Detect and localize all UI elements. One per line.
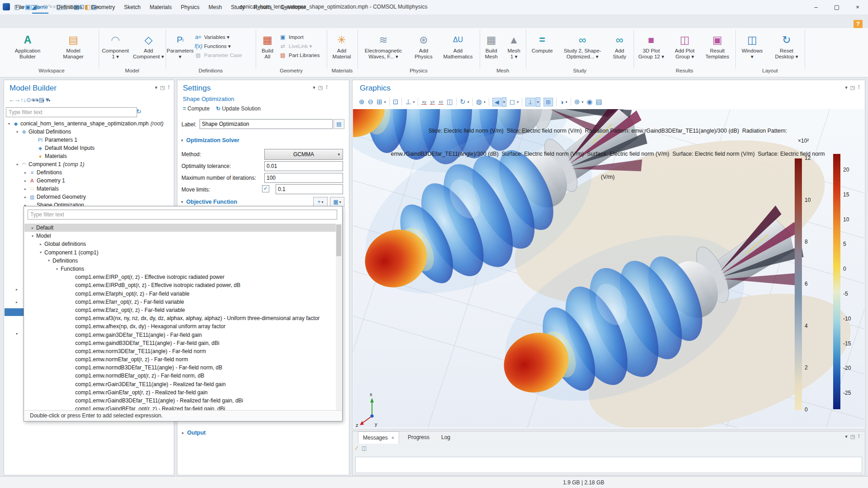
add-expression-button[interactable]: +▾ <box>313 197 328 207</box>
caret-icon[interactable]: ▾ <box>536 97 540 107</box>
tree-node[interactable]: ▸ ∷ Materials <box>4 185 173 193</box>
application-builder-button[interactable]: A Application Builder <box>5 31 51 60</box>
expression-item[interactable]: ▾ Component 1 (comp1) <box>24 249 342 257</box>
model-manager-button[interactable]: ▤ Model Manager <box>51 31 96 60</box>
expression-item[interactable]: comp1.emw.rGainEfar_opt(r, z) - Realized… <box>24 388 342 397</box>
menu-item[interactable]: Developer <box>277 0 310 14</box>
view-xy-icon[interactable]: xy <box>421 99 427 105</box>
parameters-button[interactable]: Pi Parameters ▾ <box>166 31 195 60</box>
show-icon[interactable]: ⊙ <box>26 96 31 103</box>
tree-expander-icon[interactable]: ▾ <box>37 250 44 254</box>
tab-log[interactable]: Log <box>437 431 455 443</box>
parameter-case-button[interactable]: ▤Parameter Case <box>195 51 253 60</box>
expression-item[interactable]: ▾ Definitions <box>24 257 342 265</box>
part-libraries-button[interactable]: ▤Part Libraries <box>279 51 325 60</box>
separator[interactable] <box>472 98 473 106</box>
copy-messages-icon[interactable]: ◫ <box>362 445 367 451</box>
livelink-button[interactable]: ⇄LiveLink ▾ <box>279 42 325 51</box>
expression-item[interactable]: comp1.emw.af3(nx, ny, nz, dx, dy, dz, al… <box>24 314 342 322</box>
tab-progress[interactable]: Progress <box>403 431 434 443</box>
forward-icon[interactable]: → <box>14 96 20 103</box>
optimality-tolerance-input[interactable] <box>264 161 343 171</box>
environment-icon[interactable]: ⊛ <box>574 98 580 106</box>
section-output[interactable]: ▸ Output <box>182 430 206 436</box>
clear-messages-icon[interactable]: ∕ <box>356 445 357 451</box>
tree-expander-icon[interactable]: ▸ <box>22 171 29 175</box>
separator[interactable] <box>418 98 418 106</box>
caret-icon[interactable]: ▾ <box>413 100 415 104</box>
caret-icon[interactable]: ▾ <box>517 100 519 104</box>
minimize-button[interactable]: – <box>806 0 826 14</box>
mesh-1-button[interactable]: ▲ Mesh 1 ▾ <box>503 31 525 60</box>
method-select[interactable]: GCMMA▾ <box>264 149 343 160</box>
expression-item[interactable]: comp1.emw.normEfar_opt(r, z) - Far-field… <box>24 355 342 364</box>
panel-controls[interactable]: ▾◳⊺ <box>155 85 173 91</box>
graphics-canvas[interactable]: x z y Slice: Electric field norm (V/m) S… <box>353 109 864 428</box>
compute-action[interactable]: = Compute <box>183 105 210 112</box>
tree-expander-icon[interactable]: ▾ <box>6 122 12 126</box>
expression-item[interactable]: comp1.emw.afhex(np, dx, dy) - Hexagonal … <box>24 322 342 330</box>
rotate-view-icon[interactable]: ↻ <box>460 98 466 106</box>
expression-table-button[interactable]: ▦▾ <box>330 197 344 207</box>
caret-icon[interactable]: ▾ <box>384 100 386 104</box>
tree-node[interactable]: ▾ ◠ Component 1 (comp 1) <box>4 160 173 168</box>
expression-item[interactable]: ▸ Global definitions <box>24 240 342 248</box>
tree-expander-icon[interactable]: ▸ <box>37 242 44 246</box>
messages-content[interactable] <box>355 457 862 473</box>
caret-icon[interactable]: ▾ <box>48 98 51 103</box>
menu-item[interactable]: Study <box>226 0 249 14</box>
electromagnetic-waves-button[interactable]: ≋ Electromagnetic Waves, F... ▾ <box>358 31 409 60</box>
result-templates-button[interactable]: ▣ Result Templates <box>701 31 734 60</box>
model-builder-filter-input[interactable] <box>6 107 137 117</box>
tree-node[interactable]: ▸ ▥ Deformed Geometry <box>4 193 173 201</box>
tree-node[interactable]: ▸ A Geometry 1 <box>4 177 173 185</box>
move-limits-input[interactable] <box>276 184 343 194</box>
menu-item[interactable]: Results <box>249 0 277 14</box>
tree-expander-icon[interactable]: ▸ <box>22 187 29 191</box>
tree-expander-icon[interactable]: ▾ <box>16 332 18 336</box>
expression-item[interactable]: ▾ Model <box>24 232 342 240</box>
move-limits-checkbox[interactable]: ✓ <box>262 185 269 192</box>
grid-icon[interactable]: ⊞ <box>544 98 553 106</box>
tree-node[interactable]: ◈ Default Model Inputs <box>4 144 173 152</box>
menu-item[interactable]: Physics <box>176 0 204 14</box>
panel-controls[interactable]: ▾◳⊺ <box>313 85 331 91</box>
menu-item[interactable]: File <box>11 0 29 14</box>
tree-expander-icon[interactable]: ▾ <box>53 267 61 271</box>
view-xz-icon[interactable]: xz <box>438 99 444 105</box>
popup-filter-input[interactable] <box>28 210 337 220</box>
popup-scrollbar[interactable] <box>336 224 342 410</box>
tree-expander-icon[interactable]: ▾ <box>45 258 52 263</box>
caret-icon[interactable]: ▾ <box>484 100 486 104</box>
compute-button[interactable]: = Compute <box>526 31 558 54</box>
tab-messages[interactable]: Messages× <box>358 431 399 444</box>
close-tab-icon[interactable]: × <box>391 435 394 440</box>
tree-expander-icon[interactable]: ▾ <box>29 234 36 238</box>
tree-node[interactable]: ● Materials <box>4 152 173 160</box>
label-edit-button[interactable]: ▤ <box>334 119 344 129</box>
update-solution-action[interactable]: ↻ Update Solution <box>216 105 261 112</box>
panel-controls[interactable]: ▾◳⊺ <box>845 434 863 440</box>
zoom-in-icon[interactable]: ⊕ <box>359 98 365 106</box>
maximize-button[interactable]: ▢ <box>826 0 847 14</box>
build-all-button[interactable]: ▦ Build All <box>256 31 279 60</box>
functions-button[interactable]: f(x)Functions ▾ <box>195 42 253 51</box>
caret-icon[interactable]: ▾ <box>566 100 568 104</box>
add-mathematics-button[interactable]: ΔU Add Mathematics <box>438 31 478 60</box>
expression-item[interactable]: ▾ Functions <box>24 265 342 273</box>
import-button[interactable]: ▣Import <box>279 33 325 42</box>
expression-item[interactable]: comp1.emw.Efarz_opt(r, z) - Far-field va… <box>24 306 342 314</box>
menu-item[interactable]: Home <box>29 0 52 14</box>
expression-item[interactable]: comp1.emw.gaindB3DEfar_TE11(angle) - Far… <box>24 339 342 347</box>
separator[interactable] <box>489 98 489 106</box>
zoom-out-icon[interactable]: ⊖ <box>368 98 374 106</box>
snapshot-icon[interactable]: ◉ <box>587 98 592 106</box>
section-objective-function[interactable]: ▾ Objective Function <box>181 199 237 205</box>
section-optimization-solver[interactable]: ▾ Optimization Solver <box>181 137 239 144</box>
tree-expander-icon[interactable]: ▾ <box>14 130 20 134</box>
selection-mode-icon[interactable]: ◀ <box>492 98 501 106</box>
expression-item[interactable]: comp1.emw.rGain3DEfar_TE11(angle) - Real… <box>24 380 342 388</box>
windows-button[interactable]: ◫ Windows ▾ <box>735 31 769 60</box>
max-iterations-input[interactable] <box>264 173 343 183</box>
view-yz-icon[interactable]: yz <box>430 99 435 105</box>
